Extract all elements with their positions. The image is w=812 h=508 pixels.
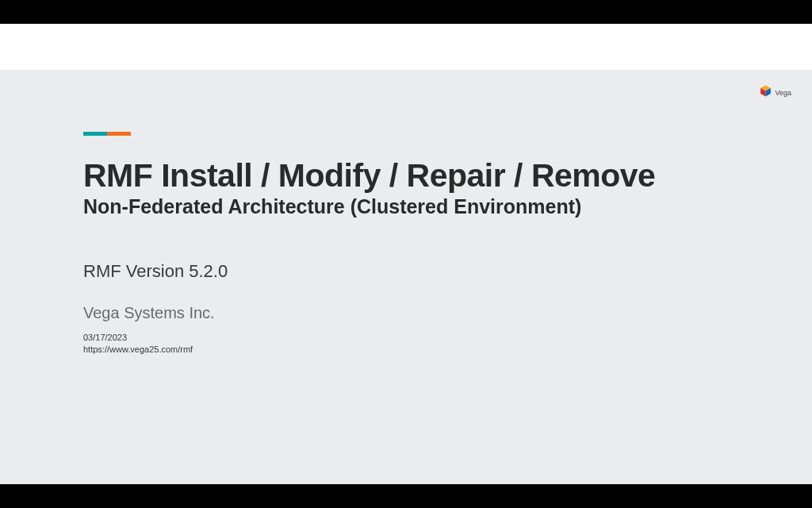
slide-subtitle: Non-Federated Architecture (Clustered En…: [83, 195, 749, 218]
accent-teal: [83, 132, 107, 136]
slide-url: https://www.vega25.com/rmf: [83, 344, 749, 356]
version-label: RMF Version 5.2.0: [83, 261, 749, 282]
company-name: Vega Systems Inc.: [83, 304, 749, 322]
slide-title: RMF Install / Modify / Repair / Remove: [83, 158, 749, 194]
accent-bar: [83, 132, 131, 136]
slide-date: 03/17/2023: [83, 332, 749, 344]
slide-meta: 03/17/2023 https://www.vega25.com/rmf: [83, 332, 749, 356]
slide-content: RMF Install / Modify / Repair / Remove N…: [83, 132, 749, 356]
title-slide: Vega RMF Install / Modify / Repair / Rem…: [0, 70, 812, 484]
brand-name: Vega: [775, 89, 791, 97]
cube-icon: [759, 84, 772, 101]
accent-orange: [107, 132, 131, 136]
brand-logo: Vega: [759, 84, 791, 101]
